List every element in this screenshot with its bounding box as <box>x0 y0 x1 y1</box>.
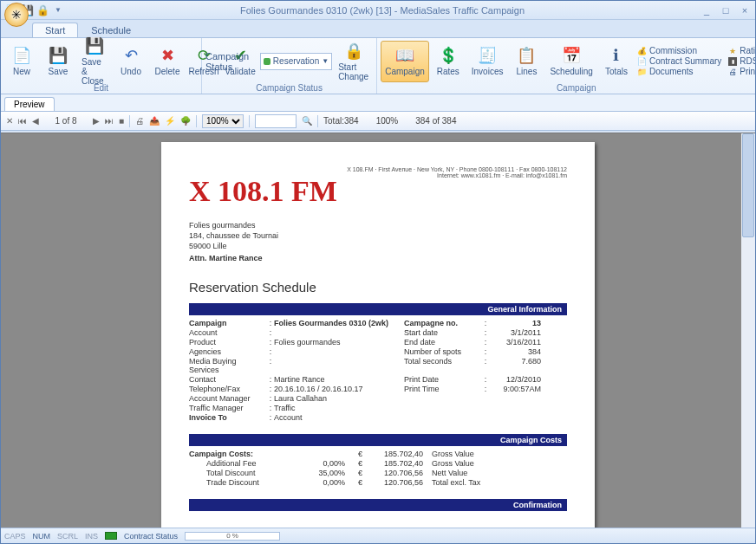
nav-stop-icon[interactable]: ■ <box>119 116 124 126</box>
maximize-button[interactable]: □ <box>719 5 733 16</box>
nav-prev-icon[interactable]: ◀ <box>32 116 39 126</box>
nav-next-icon[interactable]: ▶ <box>93 116 100 126</box>
hdr-line1: X 108.FM · First Avenue · New York, NY ·… <box>189 166 567 172</box>
bar-confirmation: Confirmation <box>189 499 567 511</box>
app-menu-button[interactable]: ✳ <box>4 3 29 27</box>
group-edit-label: Edit <box>4 82 198 94</box>
qat-lock-icon[interactable]: 🔒 <box>36 3 49 17</box>
nav-range: 384 of 384 <box>415 116 456 126</box>
commission-icon: 💰 <box>638 47 647 55</box>
group-campaign-label: Campaign <box>381 82 756 94</box>
commission-link[interactable]: 💰Commission <box>638 46 721 55</box>
bar-general: General Information <box>189 303 567 315</box>
status-led <box>105 532 117 540</box>
chevron-down-icon: ▼ <box>322 57 329 65</box>
doc-title: Reservation Schedule <box>189 280 567 295</box>
report-page: X 108.FM · First Avenue · New York, NY ·… <box>161 142 595 528</box>
delete-button[interactable]: ✖Delete <box>150 41 185 82</box>
nav-pct: 100% <box>376 116 399 126</box>
star-icon: ★ <box>728 47 737 55</box>
campaign-status-select[interactable]: Reservation ▼ <box>260 53 332 70</box>
preview-tab[interactable]: Preview <box>4 97 55 111</box>
save-icon: 💾 <box>49 46 68 65</box>
lines-icon: 📋 <box>517 46 536 65</box>
qat-dropdown-icon[interactable]: ▼ <box>51 3 65 17</box>
documents-icon: 📁 <box>638 68 647 76</box>
totals-button[interactable]: ℹTotals <box>599 41 634 82</box>
scrollbar[interactable] <box>741 133 755 528</box>
documents-link[interactable]: 📁Documents <box>638 67 721 76</box>
report-nav-toolbar: ✕ ⏮ ◀ 1 of 8 ▶ ⏭ ■ 🖨 📤 ⚡ 🌳 100% 🔍 Total:… <box>1 112 755 131</box>
undo-button[interactable]: ↶Undo <box>114 41 148 82</box>
status-scrl: SCRL <box>57 532 78 541</box>
zoom-select[interactable]: 100% <box>202 114 244 128</box>
addr-city: 59000 Lille <box>189 241 567 251</box>
printer-icon: 🖨 <box>728 68 737 76</box>
new-button[interactable]: 📄New <box>4 41 39 82</box>
invoices-button[interactable]: 🧾Invoices <box>467 41 508 82</box>
rates-button[interactable]: 💲Rates <box>431 41 466 82</box>
tab-start[interactable]: Start <box>32 23 78 37</box>
ribbon-tabs: Start Schedule <box>1 20 755 37</box>
search-input[interactable] <box>255 114 297 128</box>
progress-bar: 0 % <box>185 532 280 541</box>
status-ins: INS <box>85 532 98 541</box>
window-title: Folies Gourmandes 0310 (2wk) [13] - Medi… <box>65 5 700 16</box>
titlebar: 📄 💾 🔒 ▼ Folies Gourmandes 0310 (2wk) [13… <box>1 1 755 20</box>
preview-tab-row: Preview <box>1 94 755 112</box>
contract-summary-link[interactable]: 📄Contract Summary <box>638 56 721 66</box>
tab-schedule[interactable]: Schedule <box>78 23 144 37</box>
invoices-icon: 🧾 <box>478 46 497 65</box>
rds-icon: ▮ <box>728 57 737 66</box>
book-icon: 📖 <box>395 46 414 65</box>
calendar-icon: 📅 <box>562 46 581 65</box>
rds-link[interactable]: ▮RDS <box>728 56 756 66</box>
save-close-icon: 💾 <box>85 36 104 55</box>
campaign-status-label: Campaign Status <box>205 51 257 72</box>
lock-icon: 🔒 <box>344 42 363 61</box>
nav-close-icon[interactable]: ✕ <box>6 116 13 126</box>
delete-icon: ✖ <box>158 46 177 65</box>
start-change-button[interactable]: 🔒Start Change <box>334 41 373 82</box>
campaign-button[interactable]: 📖Campaign <box>381 41 429 82</box>
binoculars-icon[interactable]: 🔍 <box>302 116 312 126</box>
addr-street: 184, chaussee de Tournai <box>189 230 567 241</box>
nav-print-icon[interactable]: 🖨 <box>135 116 144 126</box>
print-link[interactable]: 🖨Print ▾ <box>728 67 756 76</box>
rates-icon: 💲 <box>439 46 458 65</box>
save-button[interactable]: 💾Save <box>41 41 75 82</box>
addr-name: Folies gourmandes <box>189 220 567 230</box>
nav-total: Total:384 <box>323 116 359 126</box>
scheduling-button[interactable]: 📅Scheduling <box>545 41 596 82</box>
status-dot-icon <box>264 58 270 65</box>
bar-costs: Campaign Costs <box>189 434 567 446</box>
report-viewer[interactable]: X 108.FM · First Avenue · New York, NY ·… <box>1 133 755 528</box>
group-campaign-status-label: Campaign Status <box>205 82 373 94</box>
totals-icon: ℹ <box>607 46 626 65</box>
nav-first-icon[interactable]: ⏮ <box>18 116 27 126</box>
nav-tree-icon[interactable]: 🌳 <box>180 116 191 126</box>
nav-last-icon[interactable]: ⏭ <box>105 116 114 126</box>
new-icon: 📄 <box>12 46 31 65</box>
station-logo: X 108.1 FM <box>189 175 567 208</box>
nav-refresh-icon[interactable]: ⚡ <box>165 116 175 126</box>
status-num: NUM <box>33 532 51 541</box>
undo-icon: ↶ <box>121 46 140 65</box>
minimize-button[interactable]: _ <box>700 5 714 16</box>
addr-attn: Attn. Martine Rance <box>189 253 567 263</box>
ribbon: 📄New 💾Save 💾Save & Close ↶Undo ✖Delete ⟳… <box>1 37 755 94</box>
nav-export-icon[interactable]: 📤 <box>149 116 160 126</box>
scrollbar-thumb[interactable] <box>742 133 754 237</box>
close-window-button[interactable]: × <box>738 5 752 16</box>
save-close-button[interactable]: 💾Save & Close <box>77 41 112 82</box>
status-contract: Contract Status <box>124 532 178 541</box>
status-caps: CAPS <box>4 532 26 541</box>
contract-icon: 📄 <box>638 57 647 66</box>
statusbar: CAPS NUM SCRL INS Contract Status 0 % <box>1 528 755 543</box>
ratings-link[interactable]: ★Ratings <box>728 46 756 55</box>
lines-button[interactable]: 📋Lines <box>509 41 544 82</box>
nav-page: 1 of 8 <box>44 116 88 126</box>
